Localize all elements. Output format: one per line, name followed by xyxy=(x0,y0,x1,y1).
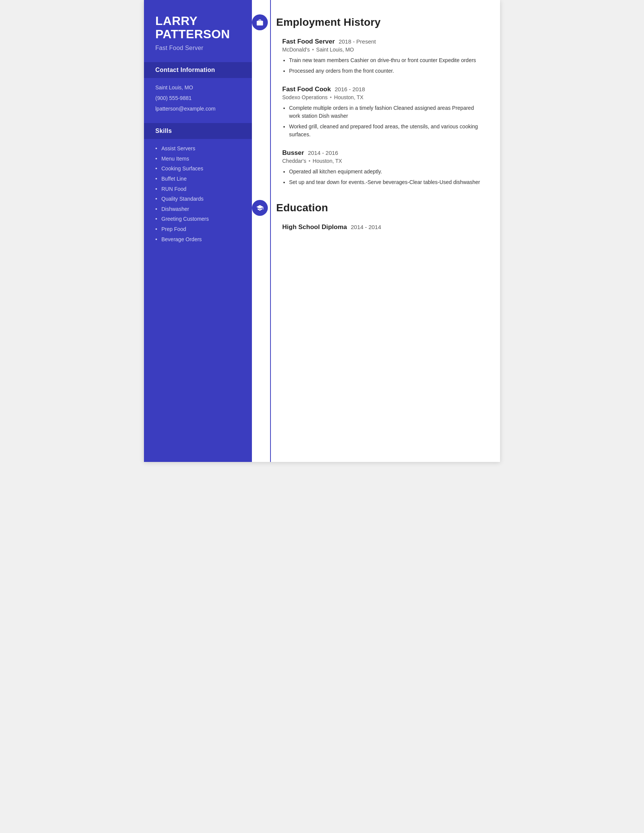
employment-section-title: Employment History xyxy=(276,16,381,28)
skill-item: Buffet Line xyxy=(155,175,241,183)
resume-container: LARRY PATTERSON Fast Food Server Contact… xyxy=(144,0,500,462)
edu-entry: High School Diploma2014 - 2014 xyxy=(282,224,481,231)
skills-section: Skills Assist ServersMenu ItemsCooking S… xyxy=(144,123,252,253)
contact-content: Saint Louis, MO (900) 555-9881 lpatterso… xyxy=(144,78,252,123)
main-inner: Employment History Fast Food Server2018 … xyxy=(252,0,500,264)
job-dates: 2018 - Present xyxy=(339,38,376,45)
contact-section: Contact Information Saint Louis, MO (900… xyxy=(144,62,252,123)
skill-item: Greeting Customers xyxy=(155,215,241,223)
job-title: Fast Food Server xyxy=(282,38,335,45)
skills-content: Assist ServersMenu ItemsCooking Surfaces… xyxy=(144,139,252,253)
skill-item: RUN Food xyxy=(155,185,241,193)
education-icon xyxy=(252,200,268,216)
contact-email: lpatterson@example.com xyxy=(155,105,241,113)
skill-item: Menu Items xyxy=(155,155,241,163)
candidate-name: LARRY PATTERSON xyxy=(155,14,241,41)
candidate-title: Fast Food Server xyxy=(155,45,241,51)
sidebar: LARRY PATTERSON Fast Food Server Contact… xyxy=(144,0,252,462)
edu-degree: High School Diploma xyxy=(282,224,347,231)
education-container: High School Diploma2014 - 2014 xyxy=(282,224,481,231)
skills-list: Assist ServersMenu ItemsCooking Surfaces… xyxy=(155,145,241,243)
job-location: Cheddar's•Houston, TX xyxy=(282,158,481,164)
skill-item: Beverage Orders xyxy=(155,236,241,243)
skill-item: Dishwasher xyxy=(155,206,241,213)
job-bullet: Set up and tear down for events.-Serve b… xyxy=(289,178,481,186)
job-title-row: Fast Food Cook2016 - 2018 xyxy=(282,85,481,93)
skill-item: Quality Standards xyxy=(155,195,241,203)
edu-dates: 2014 - 2014 xyxy=(351,224,381,230)
job-bullets: Operated all kitchen equipment adeptly.S… xyxy=(282,168,481,186)
job-entry: Fast Food Cook2016 - 2018Sodexo Operatio… xyxy=(282,85,481,138)
main-content: Employment History Fast Food Server2018 … xyxy=(252,0,500,462)
job-entry: Fast Food Server2018 - PresentMcDonald's… xyxy=(282,38,481,75)
education-header-row: Education xyxy=(252,200,451,216)
job-bullets: Train new team members Cashier on drive-… xyxy=(282,56,481,75)
briefcase-svg xyxy=(256,19,264,26)
education-section: Education High School Diploma2014 - 2014 xyxy=(282,200,481,231)
skill-item: Prep Food xyxy=(155,226,241,233)
employment-header-row: Employment History xyxy=(252,14,451,30)
job-title: Busser xyxy=(282,149,304,157)
job-entry: Busser2014 - 2016Cheddar's•Houston, TXOp… xyxy=(282,149,481,186)
contact-city: Saint Louis, MO xyxy=(155,84,241,92)
job-location: Sodexo Operations•Houston, TX xyxy=(282,94,481,100)
job-bullet: Train new team members Cashier on drive-… xyxy=(289,56,481,64)
job-title-row: Busser2014 - 2016 xyxy=(282,149,481,157)
skill-item: Cooking Surfaces xyxy=(155,165,241,173)
job-title-row: Fast Food Server2018 - Present xyxy=(282,38,481,45)
edu-title-row: High School Diploma2014 - 2014 xyxy=(282,224,481,231)
job-bullet: Processed any orders from the front coun… xyxy=(289,67,481,75)
employment-icon xyxy=(252,14,268,30)
contact-section-label: Contact Information xyxy=(144,62,252,78)
jobs-container: Fast Food Server2018 - PresentMcDonald's… xyxy=(282,38,481,186)
education-section-title: Education xyxy=(276,202,328,214)
sidebar-header: LARRY PATTERSON Fast Food Server xyxy=(144,0,252,62)
graduation-svg xyxy=(256,204,264,212)
employment-section: Employment History Fast Food Server2018 … xyxy=(282,14,481,186)
skill-item: Assist Servers xyxy=(155,145,241,153)
job-dates: 2016 - 2018 xyxy=(335,86,365,92)
contact-phone: (900) 555-9881 xyxy=(155,95,241,102)
job-dates: 2014 - 2016 xyxy=(308,150,338,156)
job-bullets: Complete multiple orders in a timely fas… xyxy=(282,104,481,138)
job-title: Fast Food Cook xyxy=(282,85,331,93)
job-location: McDonald's•Saint Louis, MO xyxy=(282,47,481,53)
job-bullet: Worked grill, cleaned and prepared food … xyxy=(289,123,481,138)
job-bullet: Operated all kitchen equipment adeptly. xyxy=(289,168,481,176)
skills-section-label: Skills xyxy=(144,123,252,139)
job-bullet: Complete multiple orders in a timely fas… xyxy=(289,104,481,120)
